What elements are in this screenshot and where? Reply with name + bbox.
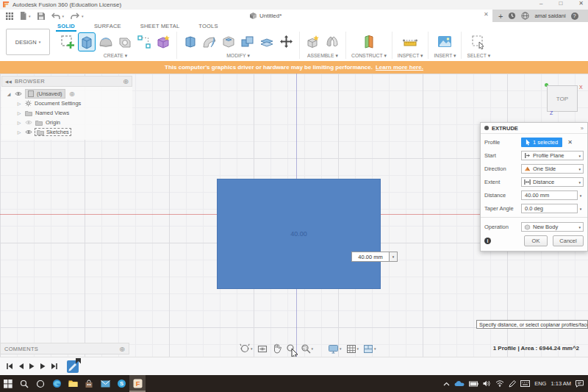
info-icon[interactable]: i <box>484 238 491 244</box>
mail-button[interactable] <box>97 375 113 392</box>
fusion360-taskbar-button[interactable]: F <box>129 375 146 392</box>
distance-input[interactable]: 40.00 mm <box>521 190 578 200</box>
redo-icon[interactable] <box>71 13 79 20</box>
cancel-button[interactable]: Cancel <box>553 235 584 246</box>
expand-icon[interactable]: ▷ <box>16 101 22 106</box>
timeline-sketch-feature[interactable] <box>67 360 79 373</box>
measure-tool-icon[interactable] <box>402 33 418 51</box>
create-sketch-icon[interactable] <box>60 33 76 51</box>
undo-caret-icon[interactable]: ▾ <box>62 14 65 18</box>
window-close-button[interactable]: ✕ <box>578 0 584 7</box>
browser-display-filter-icon[interactable]: ◎ <box>123 78 129 85</box>
form-tool-icon[interactable] <box>98 33 114 51</box>
action-center-icon[interactable] <box>576 380 584 388</box>
minimize-button[interactable]: – <box>539 0 542 7</box>
fillet-tool-icon[interactable] <box>201 33 218 51</box>
extrude-tool-icon[interactable] <box>79 33 95 51</box>
browser-item-sketches[interactable]: ▷ Sketches <box>3 127 132 137</box>
press-pull-tool-icon[interactable] <box>182 33 198 51</box>
display-settings-tool[interactable]: ▾ <box>328 344 342 354</box>
banner-learn-more-link[interactable]: Learn more here. <box>376 64 423 71</box>
root-visibility-eye-icon[interactable] <box>15 91 22 96</box>
grid-snap-tool[interactable]: ▾ <box>346 344 359 354</box>
viewcube-face-label[interactable]: TOP <box>556 96 568 102</box>
comments-panel-header[interactable]: COMMENTS ◎ <box>0 343 129 354</box>
workspace-selector-button[interactable]: DESIGN ▾ <box>6 29 50 55</box>
distance-dropdown-caret-icon[interactable]: ▾ <box>390 252 398 262</box>
split-body-tool-icon[interactable] <box>259 33 275 51</box>
zoom-window-tool[interactable]: ▾ <box>301 343 314 354</box>
construct-plane-tool-icon[interactable] <box>361 33 377 51</box>
tab-sheet-metal[interactable]: SHEET METAL <box>139 23 182 32</box>
pan-tool[interactable] <box>272 343 282 354</box>
shell-tool-icon[interactable] <box>220 33 237 51</box>
wifi-icon[interactable] <box>495 380 504 387</box>
extrude-dialog-header[interactable]: EXTRUDE » <box>481 123 587 134</box>
look-at-tool[interactable] <box>257 344 268 354</box>
modeling-canvas[interactable]: 40.00 40.00 mm ▾ ◀◀ BROWSER ◎ ◢ <box>0 74 588 357</box>
root-document-item[interactable]: (Unsaved) <box>25 89 65 99</box>
select-tool-icon[interactable] <box>470 33 487 51</box>
group-inspect-label[interactable]: INSPECT ▾ <box>398 53 423 59</box>
extensions-web-icon[interactable] <box>521 12 529 20</box>
file-menu-icon[interactable] <box>20 12 26 20</box>
help-icon[interactable]: ? <box>571 13 578 20</box>
data-panel-toggle-icon[interactable] <box>6 13 13 20</box>
start-button[interactable] <box>0 375 16 392</box>
group-create-label[interactable]: CREATE ▾ <box>104 53 127 59</box>
store-button[interactable] <box>81 375 97 392</box>
username-label[interactable]: amal saidani <box>534 13 565 19</box>
battery-icon[interactable] <box>469 381 478 387</box>
taskbar-search-button[interactable] <box>16 375 32 392</box>
direction-dropdown[interactable]: One Side ▾ <box>521 164 584 174</box>
expand-icon[interactable]: ▷ <box>16 110 22 115</box>
dialog-expand-icon[interactable]: » <box>581 125 584 132</box>
pen-input-icon[interactable] <box>509 380 516 388</box>
new-component-tool-icon[interactable] <box>305 33 321 51</box>
expand-icon[interactable]: ▷ <box>16 120 22 125</box>
distance-value-field[interactable]: 40.00 mm <box>351 252 390 262</box>
move-copy-tool-icon[interactable] <box>278 33 294 51</box>
browser-item-origin[interactable]: ▷ Origin <box>3 118 132 127</box>
browser-item-named-views[interactable]: ▷ Named Views <box>3 108 132 118</box>
ok-button[interactable]: OK <box>524 235 548 246</box>
selected-profile-rectangle[interactable]: 40.00 <box>217 179 381 289</box>
browser-item-document-settings[interactable]: ▷ Document Settings <box>3 99 132 108</box>
tab-surface[interactable]: SURFACE <box>93 23 123 32</box>
visibility-eye-dim-icon[interactable] <box>25 120 32 125</box>
insert-canvas-tool-icon[interactable] <box>437 33 453 51</box>
group-modify-label[interactable]: MODIFY ▾ <box>226 53 250 59</box>
group-select-label[interactable]: SELECT ▾ <box>467 53 490 59</box>
profile-selected-button[interactable]: 1 selected <box>521 138 562 147</box>
tab-tools[interactable]: TOOLS <box>197 23 219 32</box>
expand-icon[interactable]: ▷ <box>16 129 22 135</box>
cortana-button[interactable] <box>32 375 49 392</box>
timeline-step-forward-button[interactable] <box>40 363 46 370</box>
browser-root-row[interactable]: ◢ (Unsaved) ◎ <box>3 89 132 99</box>
maximize-button[interactable]: □ <box>559 0 562 7</box>
distance-spinner-icon[interactable]: ▾ <box>578 193 584 198</box>
visibility-eye-icon[interactable] <box>25 129 32 135</box>
comments-filter-icon[interactable]: ◎ <box>120 346 125 352</box>
sketches-selected-wrap[interactable]: Sketches <box>35 129 71 135</box>
viewports-tool[interactable]: ▾ <box>363 344 376 354</box>
redo-caret-icon[interactable]: ▾ <box>82 14 84 18</box>
save-icon[interactable] <box>37 13 45 20</box>
joint-tool-icon[interactable] <box>324 33 340 51</box>
timeline-step-back-button[interactable] <box>18 363 24 370</box>
distance-dimension-input[interactable]: 40.00 mm ▾ <box>351 252 398 262</box>
document-tab[interactable]: Untitled* <box>250 10 282 22</box>
group-assemble-label[interactable]: ASSEMBLE ▾ <box>307 53 338 59</box>
viewcube[interactable]: TOP <box>547 85 578 112</box>
onedrive-cloud-icon[interactable] <box>454 380 465 387</box>
tab-close-icon[interactable]: ✕ <box>484 11 489 18</box>
timeline-go-to-end-button[interactable] <box>51 363 58 370</box>
start-dropdown[interactable]: Profile Plane ▾ <box>521 151 584 160</box>
touch-keyboard-icon[interactable] <box>520 380 530 387</box>
extent-dropdown[interactable]: Distance ▾ <box>521 177 584 187</box>
clock-time[interactable]: 1:13 AM <box>551 380 571 387</box>
timeline-go-to-start-button[interactable] <box>6 363 13 370</box>
browser-collapse-icon[interactable]: ◀◀ <box>5 79 12 84</box>
browser-header[interactable]: ◀◀ BROWSER ◎ <box>1 76 132 87</box>
root-radio-icon[interactable]: ◎ <box>70 90 75 97</box>
